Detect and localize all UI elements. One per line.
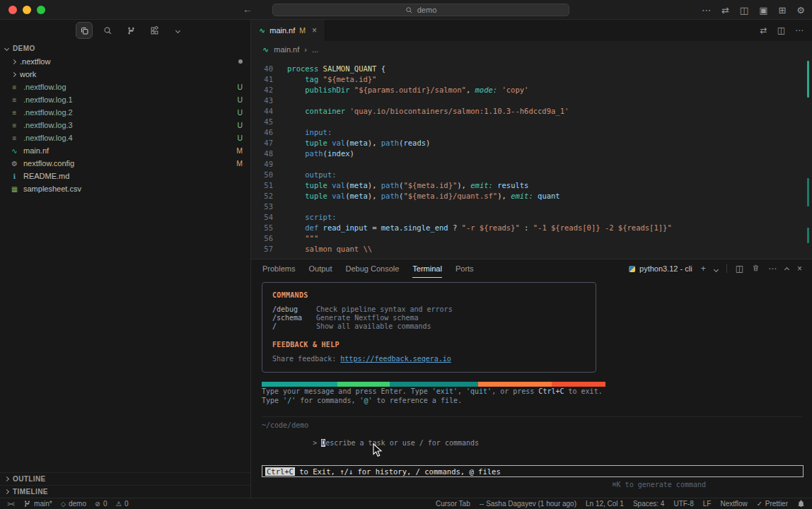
code-line-48[interactable]: 48 path(index)	[251, 148, 812, 159]
toggle-primary-sidebar-icon[interactable]: ◫	[740, 5, 748, 16]
cli-prompt-input[interactable]: > Describe a task or use / for commands	[262, 431, 804, 455]
more-actions-icon[interactable]: ⋯	[795, 25, 804, 35]
layout-switch-icon[interactable]: ⇄	[721, 5, 729, 16]
status-0[interactable]: ⚠0	[116, 500, 129, 508]
status-bell[interactable]	[797, 500, 805, 508]
close-window-button[interactable]	[8, 6, 17, 14]
status-remote[interactable]: ><	[7, 500, 15, 508]
code-line-56[interactable]: 56 """	[251, 233, 812, 244]
chevron-down-icon[interactable]	[169, 22, 186, 39]
code-line-41[interactable]: 41 tag "${meta.id}"	[251, 74, 812, 85]
status-utf-8[interactable]: UTF-8	[673, 500, 693, 508]
file-item-.nextflow.log.3[interactable]: ≡.nextflow.log.3U	[0, 119, 250, 131]
code-line-49[interactable]: 49	[251, 159, 812, 170]
extensions-icon[interactable]	[146, 22, 163, 39]
panel-tab-output[interactable]: Output	[308, 259, 332, 278]
code-line-45[interactable]: 45	[251, 117, 812, 127]
maximize-panel-icon[interactable]	[785, 264, 789, 274]
panel-tab-problems[interactable]: Problems	[262, 259, 295, 278]
feedback-link[interactable]: https://feedback.seqera.io	[340, 355, 451, 363]
file-item-.nextflow.log.2[interactable]: ≡.nextflow.log.2U	[0, 106, 250, 119]
line-number: 52	[251, 191, 273, 201]
terminal-content[interactable]: COMMANDS /debugCheck pipeline syntax and…	[262, 278, 804, 498]
command-center-search[interactable]: demo	[272, 4, 569, 16]
feedback-label: Share feedback:	[272, 355, 340, 363]
file-item-samplesheet.csv[interactable]: ▦samplesheet.csv	[0, 182, 250, 195]
file-item-.nextflow.log[interactable]: ≡.nextflow.logU	[0, 81, 250, 93]
status-spaces-4[interactable]: Spaces: 4	[633, 500, 664, 508]
back-icon[interactable]: ←	[243, 4, 253, 15]
close-tab-icon[interactable]: ×	[312, 25, 317, 35]
terminal-input-hint-box[interactable]: Ctrl+C to Exit, ↑/↓ for history, / comma…	[262, 465, 804, 477]
settings-gear-icon[interactable]: ⚙	[796, 5, 805, 16]
minimize-window-button[interactable]	[23, 6, 31, 14]
panel-tab-terminal[interactable]: Terminal	[412, 259, 442, 278]
folder-item-.nextflow[interactable]: .nextflow	[0, 55, 250, 68]
zoom-window-button[interactable]	[37, 6, 45, 14]
toggle-secondary-sidebar-icon[interactable]: ⊞	[778, 5, 786, 16]
line-content: tuple val(meta), path("${meta.id}"), emi…	[287, 180, 528, 191]
code-line-55[interactable]: 55 def read_input = meta.single_end ? "-…	[251, 223, 812, 233]
search-sidebar-icon[interactable]	[99, 22, 116, 39]
code-editor[interactable]: 40process SALMON_QUANT {41 tag "${meta.i…	[251, 58, 812, 259]
status-lf[interactable]: LF	[703, 500, 712, 508]
status-left: ><main*◇demo⊘0⚠0	[7, 500, 129, 508]
code-line-51[interactable]: 51 tuple val(meta), path("${meta.id}"), …	[251, 180, 812, 191]
new-terminal-icon[interactable]: +	[701, 264, 706, 274]
breadcrumb-rest[interactable]: ...	[312, 45, 318, 54]
code-line-50[interactable]: 50 output:	[251, 170, 812, 180]
toggle-layout-icon[interactable]: ⇄	[760, 25, 767, 35]
explorer-section-header[interactable]: DEMO	[0, 41, 250, 55]
file-item-nextflow.config[interactable]: ⚙nextflow.configM	[0, 157, 250, 170]
status-0[interactable]: ⊘0	[95, 500, 108, 508]
code-line-44[interactable]: 44 container 'quay.io/biocontainers/salm…	[251, 106, 812, 117]
line-number: 43	[251, 95, 273, 106]
panel-tab-debug-console[interactable]: Debug Console	[346, 259, 400, 278]
chevron-right-icon	[4, 476, 9, 481]
terminal-picker-icon[interactable]	[714, 264, 718, 274]
code-line-54[interactable]: 54 script:	[251, 212, 812, 223]
terminal-instance[interactable]: python3.12 - cli	[629, 264, 692, 273]
timeline-section-header[interactable]: TIMELINE	[0, 485, 250, 498]
overview-ruler[interactable]	[804, 58, 812, 259]
search-value: demo	[417, 6, 437, 14]
code-line-53[interactable]: 53	[251, 201, 812, 212]
explorer-icon[interactable]	[76, 22, 93, 39]
line-number: 44	[251, 106, 273, 117]
folder-item-work[interactable]: work	[0, 68, 250, 81]
file-item-main.nf[interactable]: ∿main.nfM	[0, 144, 250, 157]
code-line-46[interactable]: 46 input:	[251, 127, 812, 138]
outline-section-header[interactable]: OUTLINE	[0, 472, 250, 485]
file-item-.nextflow.log.4[interactable]: ≡.nextflow.log.4U	[0, 131, 250, 144]
code-line-40[interactable]: 40process SALMON_QUANT {	[251, 64, 812, 74]
more-icon[interactable]: ⋯	[702, 5, 711, 16]
status-sasha-dagayev-1-hour-ago[interactable]: -- Sasha Dagayev (1 hour ago)	[480, 500, 576, 508]
split-terminal-icon[interactable]: ◫	[736, 264, 743, 274]
breadcrumb[interactable]: ∿ main.nf › ...	[251, 41, 812, 58]
more-panel-icon[interactable]: ⋯	[768, 264, 777, 274]
breadcrumb-file[interactable]: main.nf	[274, 45, 299, 54]
file-item-.nextflow.log.1[interactable]: ≡.nextflow.log.1U	[0, 93, 250, 106]
source-control-icon[interactable]	[122, 22, 139, 39]
code-line-57[interactable]: 57 salmon quant \\	[251, 244, 812, 255]
status-demo[interactable]: ◇demo	[61, 500, 86, 508]
kill-terminal-icon[interactable]	[752, 264, 760, 274]
code-line-42[interactable]: 42 publishDir "${params.outdir}/salmon",…	[251, 85, 812, 95]
panel-tab-ports[interactable]: Ports	[456, 259, 474, 278]
split-editor-icon[interactable]: ◫	[777, 25, 785, 35]
status-prettier[interactable]: ✓Prettier	[757, 500, 788, 508]
gradient-progress-bar	[262, 382, 605, 387]
code-line-43[interactable]: 43	[251, 95, 812, 106]
status-ln-12-col-1[interactable]: Ln 12, Col 1	[586, 500, 624, 508]
code-line-52[interactable]: 52 tuple val(meta), path("${meta.id}/qua…	[251, 191, 812, 201]
close-panel-icon[interactable]: ×	[797, 264, 802, 274]
status-nextflow[interactable]: Nextflow	[720, 500, 747, 508]
code-line-47[interactable]: 47 tuple val(meta), path(reads)	[251, 138, 812, 148]
status-cursor-tab[interactable]: Cursor Tab	[436, 500, 470, 508]
timeline-label: TIMELINE	[13, 488, 48, 496]
status-main[interactable]: main*	[23, 500, 52, 508]
file-item-README.md[interactable]: ℹREADME.md	[0, 170, 250, 182]
toggle-panel-icon[interactable]: ▣	[759, 5, 767, 16]
activity-toolbar	[0, 20, 250, 41]
tab-main-nf[interactable]: ∿ main.nf M ×	[251, 20, 325, 41]
